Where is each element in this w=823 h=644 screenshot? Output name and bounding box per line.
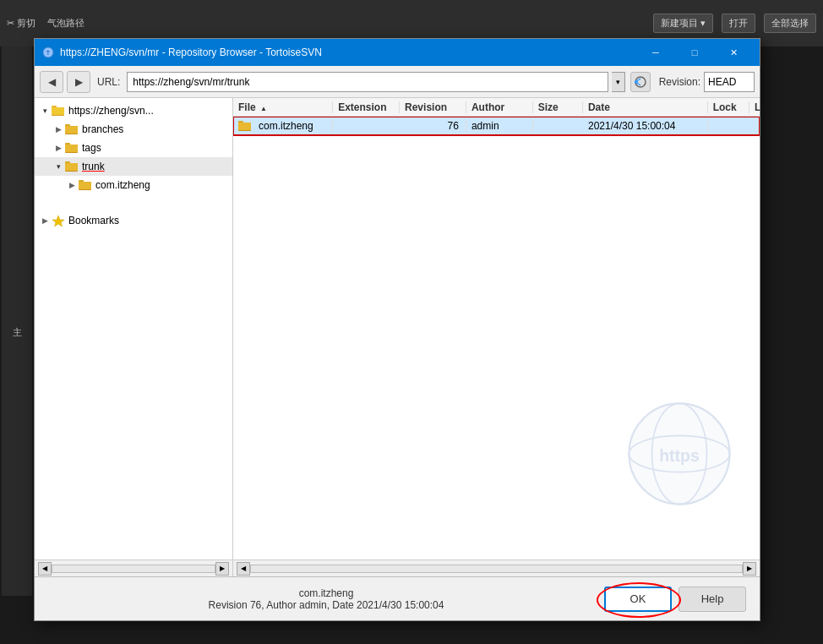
- status-bar: com.itzheng Revision 76, Author admin, D…: [35, 576, 760, 620]
- branches-label: branches: [82, 123, 123, 135]
- minimize-button[interactable]: ─: [636, 39, 675, 66]
- new-project-btn[interactable]: 新建项目 ▾: [653, 14, 713, 33]
- col-header-extension[interactable]: Extension: [333, 101, 400, 113]
- sidebar-main-label: 主: [11, 319, 24, 323]
- watermark: https: [624, 399, 734, 509]
- svn-window: T https://ZHENG/svn/mr - Repository Brow…: [34, 38, 760, 621]
- title-bar-text: https://ZHENG/svn/mr - Repository Browse…: [60, 46, 636, 58]
- file-name: com.itzheng: [259, 120, 313, 132]
- tree-item-bookmarks[interactable]: ▶ Bookmarks: [35, 211, 232, 230]
- svg-marker-21: [52, 216, 64, 226]
- svg-rect-20: [79, 182, 91, 189]
- svg-point-26: [652, 403, 707, 504]
- col-header-author[interactable]: Author: [466, 101, 533, 113]
- revision-input[interactable]: [704, 72, 755, 92]
- file-author: admin: [466, 120, 533, 132]
- root-expander[interactable]: ▾: [38, 104, 52, 117]
- file-row-com-itzheng[interactable]: com.itzheng 76 admin 2021/4/30 15:00:04: [233, 117, 760, 135]
- tree-panel[interactable]: ▾ https://zheng/svn... ▶: [35, 98, 233, 559]
- right-scroll-track[interactable]: [250, 565, 743, 573]
- url-label: URL:: [97, 76, 120, 88]
- tags-label: tags: [82, 142, 101, 154]
- svg-point-5: [635, 80, 638, 84]
- com-itzheng-tree-label: com.itzheng: [95, 179, 150, 191]
- col-header-file[interactable]: File ▲: [233, 101, 333, 113]
- title-bar-controls: ─ □ ✕: [636, 39, 753, 66]
- root-folder-icon: [52, 105, 65, 117]
- col-header-lock-comment[interactable]: Lock comm: [749, 101, 760, 113]
- close-button[interactable]: ✕: [714, 39, 753, 66]
- file-revision: 76: [400, 120, 466, 132]
- right-scroll-right-btn[interactable]: ▶: [743, 562, 756, 576]
- file-list-header: File ▲ Extension Revision Author Size Da…: [233, 98, 760, 117]
- col-header-lock[interactable]: Lock: [708, 101, 749, 113]
- ok-button[interactable]: OK: [604, 587, 672, 612]
- root-label: https://zheng/svn...: [68, 105, 154, 117]
- main-content: ▾ https://zheng/svn... ▶: [35, 98, 760, 559]
- bookmarks-star-icon: [52, 215, 65, 226]
- status-text: com.itzheng Revision 76, Author admin, D…: [48, 587, 604, 611]
- status-detail: Revision 76, Author admin, Date 2021/4/3…: [48, 599, 604, 611]
- tree-item-tags[interactable]: ▶ tags: [35, 139, 232, 157]
- right-scroll-left-btn[interactable]: ◀: [237, 562, 250, 576]
- svg-text:https: https: [659, 446, 700, 465]
- branches-expander[interactable]: ▶: [52, 123, 65, 136]
- left-scroll-right-btn[interactable]: ▶: [215, 562, 229, 576]
- tree-item-com-itzheng[interactable]: ▶ com.itzheng: [35, 176, 232, 194]
- file-date: 2021/4/30 15:00:04: [583, 120, 708, 132]
- bookmarks-expander[interactable]: ▶: [38, 214, 52, 227]
- bottom-scrollbar-area: ◀ ▶ ◀ ▶: [35, 559, 760, 576]
- revision-label: Revision:: [659, 76, 700, 88]
- tags-expander[interactable]: ▶: [52, 141, 65, 155]
- back-button[interactable]: ◀: [40, 71, 63, 93]
- left-scroll-left-btn[interactable]: ◀: [38, 562, 52, 576]
- svg-rect-11: [65, 126, 78, 134]
- svg-point-28: [629, 403, 729, 504]
- trunk-folder-icon: [65, 161, 79, 172]
- svg-point-25: [629, 403, 729, 504]
- svg-text:T: T: [46, 50, 51, 56]
- sort-arrow-file: ▲: [260, 105, 267, 112]
- status-buttons: OK Help: [604, 587, 746, 612]
- select-all-btn[interactable]: 全部选择: [764, 14, 816, 33]
- title-bar: T https://ZHENG/svn/mr - Repository Brow…: [35, 39, 760, 66]
- left-scroll-track[interactable]: [52, 565, 215, 573]
- svg-rect-14: [65, 145, 78, 152]
- open-btn[interactable]: 打开: [722, 14, 755, 33]
- status-filename: com.itzheng: [48, 587, 604, 599]
- left-scroll-area[interactable]: ◀ ▶: [35, 560, 233, 576]
- title-bar-icon: T: [41, 46, 55, 59]
- cut-icon: ✂ 剪切: [7, 17, 35, 30]
- tree-item-branches[interactable]: ▶ branches: [35, 120, 232, 139]
- com-itzheng-expander[interactable]: ▶: [65, 178, 79, 192]
- svg-rect-24: [238, 123, 251, 130]
- com-itzheng-folder-icon: [79, 179, 92, 191]
- maximize-button[interactable]: □: [675, 39, 714, 66]
- tree-item-trunk[interactable]: ▾ trunk: [35, 157, 232, 176]
- file-row-folder-icon: [238, 120, 252, 132]
- url-input[interactable]: [127, 72, 608, 92]
- col-header-date[interactable]: Date: [583, 101, 708, 113]
- branches-folder-icon: [65, 123, 79, 135]
- forward-button[interactable]: ▶: [67, 71, 90, 93]
- file-panel[interactable]: File ▲ Extension Revision Author Size Da…: [233, 98, 760, 559]
- col-header-size[interactable]: Size: [533, 101, 583, 113]
- left-sidebar: 主: [2, 46, 32, 596]
- svg-point-27: [629, 435, 729, 472]
- bookmarks-label: Bookmarks: [68, 215, 119, 226]
- tree-item-root[interactable]: ▾ https://zheng/svn...: [35, 101, 232, 120]
- tags-folder-icon: [65, 142, 79, 154]
- url-dropdown-button[interactable]: ▾: [612, 72, 625, 92]
- col-header-revision[interactable]: Revision: [400, 101, 466, 113]
- trunk-expander[interactable]: ▾: [52, 160, 65, 173]
- svg-rect-17: [65, 163, 78, 171]
- go-button[interactable]: [630, 72, 651, 92]
- right-scroll-area[interactable]: ◀ ▶: [233, 560, 760, 576]
- trunk-label: trunk: [82, 161, 105, 172]
- url-toolbar: ◀ ▶ URL: ▾ Revision:: [35, 66, 760, 98]
- svg-rect-8: [52, 107, 64, 115]
- help-button[interactable]: Help: [679, 587, 746, 612]
- path-label: 气泡路径: [47, 17, 84, 30]
